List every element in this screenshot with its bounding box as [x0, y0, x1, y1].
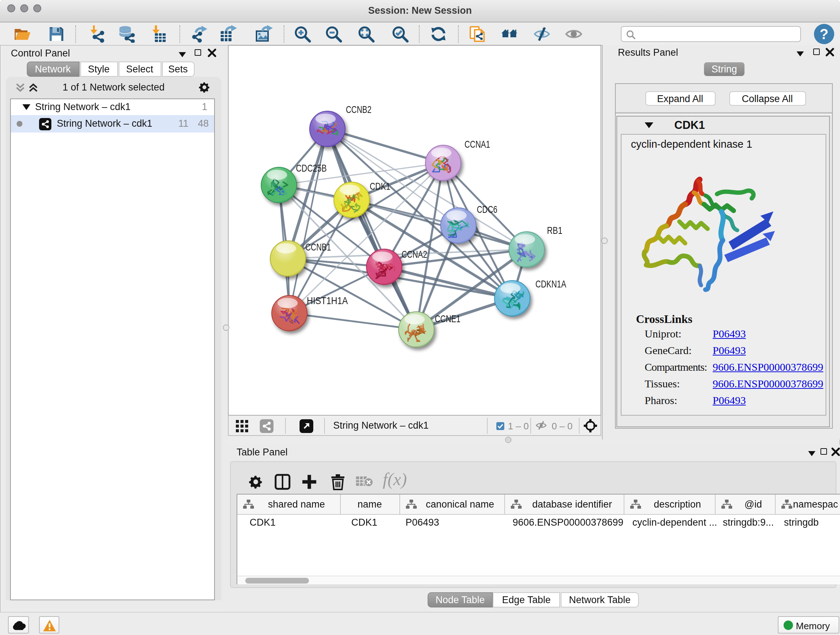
svg-text:CCNE1: CCNE1 [435, 313, 461, 325]
svg-text:CDC25B: CDC25B [296, 163, 327, 174]
svg-text:RB1: RB1 [547, 225, 562, 236]
svg-text:CCNA2: CCNA2 [401, 249, 427, 260]
svg-text:CCNB1: CCNB1 [305, 241, 331, 253]
svg-text:CDC6: CDC6 [477, 204, 497, 215]
svg-text:HIST1H1A: HIST1H1A [307, 295, 348, 306]
svg-text:CCNA1: CCNA1 [464, 139, 490, 150]
svg-text:CDKN1A: CDKN1A [535, 279, 566, 290]
svg-text:CCNB2: CCNB2 [346, 104, 371, 115]
svg-text:CDK1: CDK1 [370, 181, 390, 192]
